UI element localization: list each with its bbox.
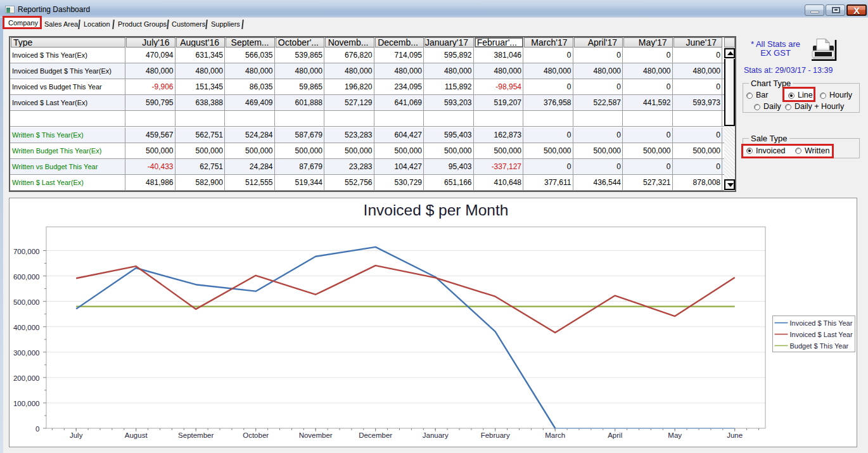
- svg-text:July: July: [70, 431, 83, 439]
- svg-text:October: October: [243, 431, 269, 439]
- svg-text:February: February: [481, 431, 510, 439]
- svg-text:Invoiced $ per Month: Invoiced $ per Month: [364, 201, 509, 219]
- svg-text:November: November: [299, 431, 333, 439]
- svg-text:Invoiced $ Last Year: Invoiced $ Last Year: [790, 331, 853, 338]
- svg-text:January: January: [423, 431, 449, 439]
- svg-text:April: April: [608, 431, 622, 439]
- svg-text:Invoiced $ This Year: Invoiced $ This Year: [790, 319, 853, 327]
- svg-text:March: March: [545, 431, 565, 439]
- svg-text:Budget $ This Year: Budget $ This Year: [790, 342, 849, 350]
- svg-text:400,000: 400,000: [13, 324, 40, 331]
- svg-text:100,000: 100,000: [13, 400, 40, 407]
- svg-text:September: September: [178, 431, 214, 439]
- svg-text:August: August: [125, 431, 148, 439]
- svg-text:500,000: 500,000: [13, 298, 40, 306]
- svg-text:0: 0: [35, 425, 39, 433]
- svg-text:June: June: [727, 431, 743, 439]
- svg-text:300,000: 300,000: [13, 349, 40, 357]
- svg-text:May: May: [668, 431, 682, 439]
- svg-text:600,000: 600,000: [13, 273, 40, 281]
- svg-text:200,000: 200,000: [13, 374, 40, 382]
- svg-text:December: December: [359, 431, 392, 439]
- svg-text:700,000: 700,000: [13, 248, 40, 255]
